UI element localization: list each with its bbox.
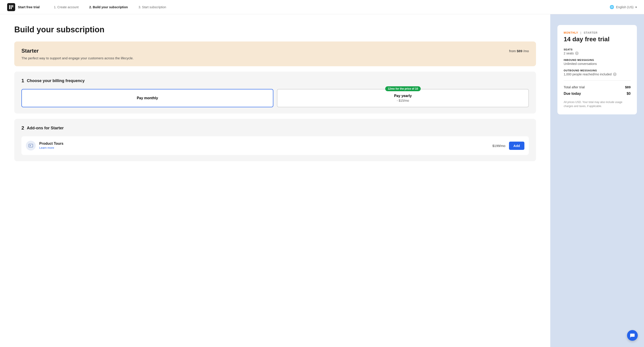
billing-section-number: 1: [22, 78, 24, 84]
outbound-row: OUTBOUND MESSAGING 1,000 people reached/…: [564, 69, 630, 76]
step-create-account: 1. Create account: [49, 5, 84, 9]
summary-badge-plan: STARTER: [584, 31, 598, 34]
total-after-trial-label: Total after trial: [564, 85, 585, 89]
outbound-value: 1,000 people reached/mo included ?: [564, 72, 630, 76]
price-prefix: from: [509, 49, 517, 53]
addon-icon: [26, 141, 36, 151]
step-start-subscription: 3. Start subscription: [133, 5, 172, 9]
summary-card: MONTHLY | STARTER 14 day free trial SEAT…: [558, 25, 637, 114]
starter-price: from $89 /mo: [509, 49, 529, 53]
addon-name: Product Tours: [39, 142, 489, 146]
inbound-label: INBOUND MESSAGING: [564, 59, 630, 61]
header: Start free trial 1. Create account 2. Bu…: [0, 0, 644, 14]
right-panel: MONTHLY | STARTER 14 day free trial SEAT…: [550, 14, 644, 347]
summary-badge-divider: |: [580, 31, 581, 34]
pay-yearly-sub: - $15/mo: [281, 99, 525, 102]
add-addon-button[interactable]: Add: [509, 142, 524, 150]
outbound-help-icon[interactable]: ?: [613, 72, 616, 76]
logo-icon: [7, 3, 15, 11]
summary-title: 14 day free trial: [564, 36, 630, 43]
svg-rect-0: [9, 5, 10, 9]
step-build-subscription: 2. Build your subscription: [84, 5, 133, 9]
left-panel: Build your subscription Starter from $89…: [0, 14, 550, 347]
addon-product-tours: Product Tours Learn more $199/mo Add: [22, 136, 529, 155]
chevron-down-icon: ▾: [635, 5, 637, 9]
pay-yearly-label: Pay yearly: [394, 94, 412, 98]
starter-header: Starter from $89 /mo: [22, 48, 529, 54]
seats-value: 2 seats ?: [564, 51, 630, 55]
globe-icon: 🌐: [610, 5, 614, 9]
starter-name: Starter: [22, 48, 38, 54]
addon-right: $199/mo Add: [492, 142, 524, 150]
pay-monthly-label: Pay monthly: [137, 96, 158, 100]
addons-section-title: Add-ons for Starter: [27, 126, 64, 130]
summary-divider: [564, 80, 630, 81]
starter-description: The perfect way to support and engage yo…: [22, 56, 529, 60]
logo-link[interactable]: Start free trial: [7, 3, 40, 11]
due-today-value: $0: [626, 92, 630, 96]
price-suffix: /mo: [522, 49, 529, 53]
svg-rect-2: [12, 5, 13, 7]
steps-nav: 1. Create account 2. Build your subscrip…: [49, 5, 610, 9]
due-today-label: Due today: [564, 92, 581, 96]
addon-info: Product Tours Learn more: [39, 142, 489, 150]
outbound-label: OUTBOUND MESSAGING: [564, 69, 630, 72]
yearly-badge: 12mo for the price of 10: [385, 86, 421, 91]
starter-card: Starter from $89 /mo The perfect way to …: [14, 41, 536, 66]
inbound-row: INBOUND MESSAGING Unlimited conversation…: [564, 59, 630, 65]
summary-footnote: All prices USD. Your total may also incl…: [564, 100, 630, 108]
chat-bubble-icon: [630, 333, 635, 338]
main-layout: Build your subscription Starter from $89…: [0, 14, 644, 347]
billing-section: 1 Choose your billing frequency Pay mont…: [14, 72, 536, 113]
total-after-trial-value: $89: [625, 85, 630, 89]
addons-section: 2 Add-ons for Starter Product Tours Lear…: [14, 119, 536, 161]
total-after-trial-row: Total after trial $89: [564, 85, 630, 89]
billing-section-header: 1 Choose your billing frequency: [22, 78, 529, 84]
svg-rect-1: [11, 5, 12, 9]
addon-price: $199/mo: [492, 144, 505, 148]
pay-monthly-button[interactable]: Pay monthly: [22, 89, 273, 107]
addon-learn-more[interactable]: Learn more: [39, 146, 54, 149]
seats-row: SEATS 2 seats ?: [564, 48, 630, 55]
product-tours-icon: [28, 143, 34, 148]
billing-buttons: Pay monthly 12mo for the price of 10 Pay…: [22, 89, 529, 107]
due-today-row: Due today $0: [564, 92, 630, 96]
chat-bubble[interactable]: [627, 330, 638, 341]
brand-label: Start free trial: [18, 5, 40, 9]
seats-help-icon[interactable]: ?: [575, 51, 578, 55]
addons-section-number: 2: [22, 125, 24, 131]
inbound-value: Unlimited conversations: [564, 62, 630, 65]
billing-section-title: Choose your billing frequency: [27, 78, 84, 83]
addons-section-header: 2 Add-ons for Starter: [22, 125, 529, 131]
seats-label: SEATS: [564, 48, 630, 51]
pay-yearly-button[interactable]: 12mo for the price of 10 Pay yearly - $1…: [277, 89, 529, 107]
language-selector[interactable]: 🌐 English (US) ▾: [610, 5, 637, 9]
summary-badge: MONTHLY | STARTER: [564, 31, 630, 34]
summary-badge-monthly: MONTHLY: [564, 31, 578, 34]
page-title: Build your subscription: [14, 25, 536, 34]
price-value: $89: [517, 49, 522, 53]
language-label: English (US): [616, 5, 634, 9]
